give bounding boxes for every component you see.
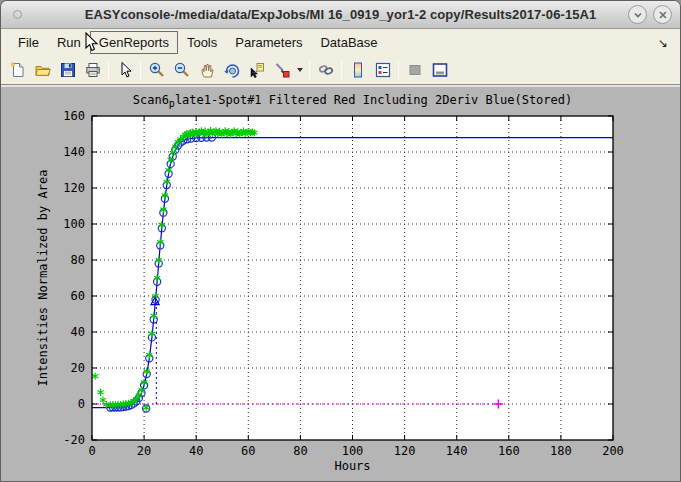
insert-legend-button[interactable] — [370, 58, 395, 82]
toolbar-separator — [140, 60, 141, 80]
pointer-arrow-icon — [116, 61, 134, 79]
toolbar-separator — [398, 60, 399, 80]
window-icon — [13, 10, 22, 19]
close-icon — [658, 10, 668, 20]
pointer-tool-button[interactable] — [112, 58, 137, 82]
brush-tool-button[interactable] — [269, 58, 294, 82]
menu-tools[interactable]: Tools — [178, 31, 226, 54]
svg-text:200: 200 — [602, 444, 624, 458]
menu-file[interactable]: File — [9, 31, 48, 54]
svg-text:40: 40 — [189, 444, 203, 458]
svg-text:60: 60 — [71, 289, 85, 303]
pan-tool-button[interactable] — [194, 58, 219, 82]
menu-parameters[interactable]: Parameters — [226, 31, 311, 54]
data-cursor-button[interactable] — [244, 58, 269, 82]
toolbar-separator — [108, 60, 109, 80]
hide-plot-tools-icon — [406, 61, 424, 79]
close-button[interactable] — [653, 5, 672, 24]
toolbar-separator — [309, 60, 310, 80]
save-floppy-icon — [59, 61, 77, 79]
figure-area[interactable]: 020406080100120140160180200-200204060801… — [1, 85, 680, 482]
plot-canvas[interactable]: 020406080100120140160180200-200204060801… — [1, 87, 681, 482]
svg-text:20: 20 — [137, 444, 151, 458]
svg-text:40: 40 — [71, 325, 85, 339]
legend-icon — [374, 61, 392, 79]
svg-text:0: 0 — [78, 397, 85, 411]
zoom-out-button[interactable] — [169, 58, 194, 82]
insert-colorbar-button[interactable] — [345, 58, 370, 82]
colorbar-icon — [349, 61, 367, 79]
menu-database[interactable]: DataBase — [311, 31, 386, 54]
link-plot-button[interactable] — [313, 58, 338, 82]
svg-text:0: 0 — [88, 444, 95, 458]
new-file-icon — [9, 61, 27, 79]
data-cursor-icon — [248, 61, 266, 79]
menu-genreports[interactable]: GenReports — [90, 31, 178, 54]
svg-text:100: 100 — [342, 444, 364, 458]
dropdown-arrow-icon — [296, 67, 304, 73]
hide-plot-tools-button — [402, 58, 427, 82]
save-button[interactable] — [55, 58, 80, 82]
menu-overflow-arrow[interactable]: ↘ — [658, 36, 672, 50]
print-button[interactable] — [80, 58, 105, 82]
y-axis-label: Intensities Normalized by Area — [36, 170, 50, 387]
rotate-3d-icon — [223, 61, 241, 79]
svg-text:20: 20 — [71, 361, 85, 375]
svg-text:80: 80 — [71, 253, 85, 267]
menubar: File Run GenReports Tools Parameters Dat… — [1, 29, 680, 56]
open-file-button[interactable] — [30, 58, 55, 82]
svg-text:120: 120 — [394, 444, 416, 458]
printer-icon — [84, 61, 102, 79]
chevron-down-icon — [633, 10, 643, 20]
brush-icon — [273, 61, 291, 79]
svg-text:160: 160 — [498, 444, 520, 458]
toolbar-separator — [341, 60, 342, 80]
plot-title: Scan6plate1-Spot#1 Filtered Red Includin… — [133, 93, 573, 109]
svg-text:120: 120 — [63, 181, 85, 195]
menu-run[interactable]: Run — [48, 31, 90, 54]
svg-text:60: 60 — [241, 444, 255, 458]
brush-options-dropdown[interactable] — [294, 58, 306, 82]
titlebar: EASYconsole-/media/data/ExpJobs/MI 16_09… — [1, 1, 680, 29]
x-axis-label: Hours — [334, 459, 370, 473]
zoom-out-icon — [173, 61, 191, 79]
link-chain-icon — [317, 61, 335, 79]
zoom-in-icon — [148, 61, 166, 79]
figure-toolbar — [1, 56, 680, 85]
app-window: EASYconsole-/media/data/ExpJobs/MI 16_09… — [0, 0, 681, 482]
window-title: EASYconsole-/media/data/ExpJobs/MI 16_09… — [1, 7, 680, 22]
dock-figure-button[interactable] — [427, 58, 452, 82]
open-folder-icon — [34, 61, 52, 79]
shade-button[interactable] — [628, 5, 647, 24]
rotate-3d-button[interactable] — [219, 58, 244, 82]
svg-text:160: 160 — [63, 109, 85, 123]
dock-figure-icon — [431, 61, 449, 79]
new-figure-button[interactable] — [5, 58, 30, 82]
svg-text:100: 100 — [63, 217, 85, 231]
zoom-in-button[interactable] — [144, 58, 169, 82]
hand-pan-icon — [198, 61, 216, 79]
svg-text:80: 80 — [293, 444, 307, 458]
svg-text:140: 140 — [446, 444, 468, 458]
svg-text:140: 140 — [63, 145, 85, 159]
svg-text:180: 180 — [550, 444, 572, 458]
svg-text:-20: -20 — [63, 433, 85, 447]
